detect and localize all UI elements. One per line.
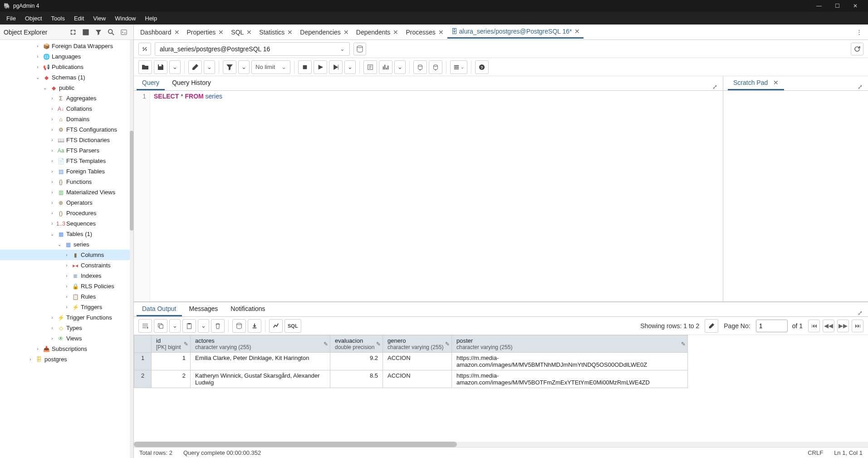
filter-dropdown-button[interactable]: ⌄ (238, 60, 250, 74)
menu-help[interactable]: Help (141, 13, 162, 24)
explain-dropdown-button[interactable]: ⌄ (394, 60, 406, 74)
explorer-filter-icon[interactable] (93, 26, 104, 38)
menu-edit[interactable]: Edit (69, 13, 88, 24)
edit-button[interactable] (188, 60, 202, 74)
tab-properties[interactable]: Properties✕ (183, 26, 228, 39)
tree-chevron-icon[interactable]: › (49, 117, 55, 122)
close-icon[interactable]: ✕ (393, 29, 398, 36)
explorer-terminal-icon[interactable] (118, 26, 130, 38)
graph-button[interactable] (269, 319, 283, 333)
tree-item-subscriptions[interactable]: ›📥Subscriptions (0, 344, 133, 354)
tree-chevron-icon[interactable]: › (64, 294, 70, 299)
explain-button[interactable] (363, 60, 377, 74)
tree-item-rls-policies[interactable]: ›🔒RLS Policies (0, 281, 133, 291)
tab-data-output[interactable]: Data Output (137, 302, 182, 316)
tree-chevron-icon[interactable]: › (49, 158, 55, 163)
edit-column-icon[interactable]: ✎ (324, 341, 328, 347)
tab-messages[interactable]: Messages (184, 302, 224, 316)
tree-chevron-icon[interactable]: › (49, 138, 55, 143)
stop-button[interactable] (298, 60, 312, 74)
grid-cell[interactable]: Emilia Clarke, Peter Dinklage, Kit Harin… (191, 353, 330, 370)
editor-expand-icon[interactable]: ⤢ (709, 84, 720, 90)
tree-item-public[interactable]: ⌄◆public (0, 83, 133, 93)
grid-cell[interactable]: ACCION (383, 370, 452, 388)
tree-chevron-icon[interactable]: › (34, 346, 41, 351)
window-close-button[interactable]: ✕ (846, 0, 864, 12)
tab-dependents[interactable]: Dependents✕ (353, 26, 402, 39)
tree-chevron-icon[interactable]: › (34, 44, 41, 49)
close-icon[interactable]: ✕ (218, 29, 224, 36)
tree-item-operators[interactable]: ›⊕Operators (0, 197, 133, 208)
tree-chevron-icon[interactable]: › (64, 252, 70, 257)
tree-scrollbar[interactable] (130, 40, 133, 458)
tree-item-constraints[interactable]: ›▸◂Constraints (0, 260, 133, 271)
tree-chevron-icon[interactable]: › (34, 64, 41, 69)
macros-button[interactable]: ⌄ (450, 60, 467, 74)
tree-chevron-icon[interactable]: ⌄ (42, 85, 48, 90)
tree-chevron-icon[interactable]: › (49, 127, 55, 132)
connection-status-icon[interactable] (138, 43, 151, 55)
tab-sql[interactable]: SQL✕ (227, 26, 255, 39)
tree-chevron-icon[interactable]: › (49, 169, 55, 174)
tree-chevron-icon[interactable]: › (64, 263, 70, 268)
tree-item-collations[interactable]: ›A↓Collations (0, 103, 133, 114)
window-maximize-button[interactable]: ☐ (828, 0, 846, 12)
tree-chevron-icon[interactable]: › (64, 305, 70, 310)
tree-chevron-icon[interactable]: › (49, 190, 55, 195)
commit-button[interactable] (413, 60, 427, 74)
sql-view-button[interactable]: SQL (284, 319, 301, 333)
scratch-pad-area[interactable] (723, 91, 868, 301)
tree-chevron-icon[interactable]: › (49, 336, 55, 341)
tree-item-fts-templates[interactable]: ›📄FTS Templates (0, 156, 133, 166)
tree-item-materialized-views[interactable]: ›▥Materialized Views (0, 187, 133, 197)
tab-query-history[interactable]: Query History (167, 76, 216, 90)
tree-item-foreign-tables[interactable]: ›▤Foreign Tables (0, 166, 133, 177)
sql-editor[interactable]: 1 SELECT * FROM series (134, 91, 723, 301)
rollback-button[interactable] (429, 60, 442, 74)
first-page-button[interactable]: ⏮ (808, 320, 820, 332)
add-row-button[interactable] (138, 319, 152, 333)
explorer-grid-icon[interactable] (80, 26, 92, 38)
tree-item-fts-parsers[interactable]: ›AaFTS Parsers (0, 145, 133, 156)
tree-chevron-icon[interactable]: › (49, 211, 55, 216)
column-header-poster[interactable]: postercharacter varying (255)✎ (452, 335, 688, 353)
tree-item-indexes[interactable]: ›≣Indexes (0, 271, 133, 281)
explorer-refresh-icon[interactable] (67, 26, 79, 38)
explain-analyze-button[interactable] (379, 60, 392, 74)
delete-button[interactable] (211, 319, 225, 333)
limit-select[interactable]: No limit ⌄ (251, 60, 290, 74)
grid-cell[interactable]: 1 (152, 353, 191, 370)
reset-layout-icon[interactable] (851, 43, 863, 55)
column-header-evaluacion[interactable]: evaluaciondouble precision✎ (330, 335, 383, 353)
tree-item-foreign-data-wrappers[interactable]: ›📦Foreign Data Wrappers (0, 41, 133, 51)
tab-query[interactable]: Query (137, 76, 165, 90)
tree-item-views[interactable]: ›👁Views (0, 333, 133, 344)
grid-cell[interactable]: https://m.media-amazon.com/images/M/MV5B… (452, 370, 688, 388)
tree-item-rules[interactable]: ›📋Rules (0, 291, 133, 302)
close-icon[interactable]: ✕ (574, 28, 580, 35)
menu-file[interactable]: File (2, 13, 20, 24)
tab-notifications[interactable]: Notifications (225, 302, 270, 316)
grid-cell[interactable]: https://m.media-amazon.com/images/M/MV5B… (452, 353, 688, 370)
tabs-overflow-icon[interactable]: ⋮ (853, 29, 865, 35)
execute-dropdown-button[interactable]: ⌄ (344, 60, 356, 74)
column-header-id[interactable]: id[PK] bigint✎ (152, 335, 191, 353)
grid-cell[interactable]: 9.2 (330, 353, 383, 370)
tree-item-columns[interactable]: ›▮Columns (0, 250, 133, 260)
column-header-actores[interactable]: actorescharacter varying (255)✎ (191, 335, 330, 353)
tree-item-trigger-functions[interactable]: ›⚡Trigger Functions (0, 312, 133, 323)
download-button[interactable] (248, 319, 261, 333)
tree-item-series[interactable]: ⌄▦series (0, 239, 133, 250)
edit-column-icon[interactable]: ✎ (184, 341, 188, 347)
grid-cell[interactable]: Katheryn Winnick, Gustaf Skarsgård, Alex… (191, 370, 330, 388)
tree-item-schemas-1[interactable]: ⌄◆Schemas (1) (0, 72, 133, 83)
tree-item-functions[interactable]: ›{}Functions (0, 177, 133, 187)
tree-chevron-icon[interactable]: › (49, 325, 55, 330)
save-dropdown-button[interactable]: ⌄ (169, 60, 181, 74)
copy-dropdown-button[interactable]: ⌄ (169, 319, 181, 333)
edit-column-icon[interactable]: ✎ (376, 341, 381, 347)
edit-grid-button[interactable] (705, 319, 718, 333)
tab-statistics[interactable]: Statistics✕ (255, 26, 296, 39)
row-number[interactable]: 1 (134, 353, 152, 370)
tree-item-tables-1[interactable]: ⌄▦Tables (1) (0, 229, 133, 239)
